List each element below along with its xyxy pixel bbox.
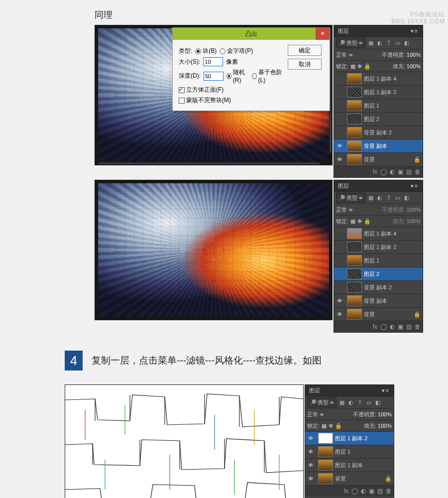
layer-thumbnail[interactable] (318, 446, 333, 457)
layer-name[interactable]: 背景 副本 (364, 297, 421, 305)
mask-icon[interactable]: ◯ (380, 168, 387, 175)
layer-thumbnail[interactable] (347, 228, 362, 239)
layer-name[interactable]: 背景 (335, 475, 385, 483)
layer-name[interactable]: 图层 1 副本 4 (364, 230, 421, 238)
layer-thumbnail[interactable] (347, 242, 362, 252)
blend-mode[interactable]: 正常 ≑ (336, 206, 353, 214)
mask-icon[interactable]: ◯ (351, 488, 358, 495)
lock-position-icon[interactable]: ✥ (357, 218, 362, 225)
adjustment-icon[interactable]: ◐ (390, 168, 395, 175)
scrollbar-h[interactable] (98, 162, 320, 164)
layer-name[interactable]: 背景 (364, 156, 414, 163)
layer-row[interactable]: 👁背景🔒 (334, 308, 423, 321)
layer-row[interactable]: 图层 1 副本 4 (334, 72, 423, 86)
layer-row[interactable]: 图层 1 (334, 254, 423, 267)
filter-kind[interactable]: 🔎类型 ≑ (336, 38, 365, 48)
layer-name[interactable]: 图层 1 副本 2 (364, 244, 421, 251)
layer-row[interactable]: 图层 1 副本 2 (334, 241, 423, 254)
filter-pixel-icon[interactable]: ▦ (338, 399, 345, 406)
adjustment-icon[interactable]: ◐ (361, 488, 366, 495)
fx-icon[interactable]: fx (373, 168, 377, 175)
layer-row[interactable]: 图层 2 (334, 267, 423, 281)
filter-pixel-icon[interactable]: ▦ (367, 195, 374, 201)
filter-kind[interactable]: 🔎类型 ≑ (307, 397, 336, 407)
filter-smart-icon[interactable]: ◧ (403, 40, 410, 46)
lock-position-icon[interactable]: ✥ (357, 63, 362, 70)
ok-button[interactable]: 确定 (288, 45, 322, 56)
layer-row[interactable]: 图层 1 (334, 99, 423, 113)
layer-name[interactable]: 背景 副本 2 (364, 129, 421, 136)
folder-icon[interactable]: ▣ (398, 323, 403, 330)
layer-name[interactable]: 图层 2 (364, 116, 421, 123)
layer-row[interactable]: 背景 副本 2 (334, 281, 423, 294)
new-layer-icon[interactable]: ▤ (377, 488, 383, 495)
layer-thumbnail[interactable] (347, 255, 362, 266)
visibility-eye-icon[interactable]: 👁 (334, 311, 345, 317)
layer-thumbnail[interactable] (347, 309, 362, 320)
filter-kind[interactable]: 🔎类型 ≑ (336, 193, 365, 203)
layer-name[interactable]: 图层 1 副本 2 (335, 435, 392, 442)
visibility-eye-icon[interactable]: 👁 (305, 462, 316, 468)
check-solid-front[interactable]: 立方体正面(F) (179, 86, 224, 94)
visibility-eye-icon[interactable]: 👁 (305, 449, 316, 455)
layer-name[interactable]: 背景 副本 (364, 142, 421, 150)
filter-smart-icon[interactable]: ◧ (403, 195, 410, 201)
layer-thumbnail[interactable] (347, 127, 362, 138)
mask-icon[interactable]: ◯ (380, 323, 387, 330)
visibility-eye-icon[interactable]: 👁 (305, 435, 316, 441)
layer-row[interactable]: 👁背景🔒 (334, 153, 423, 166)
layer-row[interactable]: 👁背景 副本 (334, 139, 423, 153)
filter-pixel-icon[interactable]: ▦ (367, 40, 374, 46)
lock-all-icon[interactable]: 🔒 (335, 423, 342, 429)
layer-thumbnail[interactable] (347, 268, 362, 279)
close-icon[interactable]: × (316, 28, 330, 40)
fx-icon[interactable]: fx (344, 488, 348, 495)
filter-shape-icon[interactable]: ▭ (394, 40, 401, 46)
layer-thumbnail[interactable] (318, 433, 333, 444)
layer-thumbnail[interactable] (347, 73, 362, 84)
radio-level[interactable]: 基于色阶(L) (252, 68, 283, 84)
radio-random[interactable]: 随机(R) (226, 68, 249, 84)
panel-menu-icon[interactable]: ▾≡ (382, 385, 390, 396)
layer-thumbnail[interactable] (347, 154, 362, 165)
layer-name[interactable]: 图层 1 (335, 448, 392, 456)
filter-adjust-icon[interactable]: ◐ (376, 195, 383, 201)
layer-row[interactable]: 👁背景🔒 (305, 472, 394, 486)
blend-mode[interactable]: 正常 ≑ (336, 51, 353, 59)
folder-icon[interactable]: ▣ (369, 488, 374, 495)
layer-row[interactable]: 👁图层 1 (305, 445, 394, 459)
layer-name[interactable]: 图层 1 副本 (335, 462, 392, 469)
panel-menu-icon[interactable]: ▾≡ (411, 180, 419, 191)
layer-thumbnail[interactable] (347, 140, 362, 151)
fill-value[interactable]: 100% (407, 63, 421, 69)
layer-thumbnail[interactable] (347, 282, 362, 293)
lock-pixels-icon[interactable]: ▦ (350, 63, 355, 70)
filter-shape-icon[interactable]: ▭ (365, 399, 372, 406)
panel-tab[interactable]: 图层 (338, 25, 349, 36)
panel-menu-icon[interactable]: ▾≡ (411, 25, 419, 36)
trash-icon[interactable]: 🗑 (415, 168, 421, 175)
layer-thumbnail[interactable] (318, 473, 333, 484)
lock-all-icon[interactable]: 🔒 (364, 218, 371, 225)
layer-thumbnail[interactable] (347, 100, 362, 111)
layer-name[interactable]: 图层 2 (364, 270, 421, 278)
layer-name[interactable]: 图层 1 副本 4 (364, 75, 421, 83)
layer-row[interactable]: 👁图层 1 副本 2 (305, 432, 394, 445)
layer-row[interactable]: 图层 1 副本 2 (334, 86, 423, 99)
opacity-value[interactable]: 100% (407, 52, 421, 58)
visibility-eye-icon[interactable]: 👁 (334, 156, 345, 162)
layer-row[interactable]: 图层 2 (334, 113, 423, 126)
layer-name[interactable]: 图层 1 (364, 257, 421, 264)
filter-shape-icon[interactable]: ▭ (394, 195, 401, 201)
visibility-eye-icon[interactable]: 👁 (334, 143, 345, 149)
layer-name[interactable]: 背景 副本 2 (364, 284, 421, 291)
dialog-title[interactable]: 凸出 × (173, 28, 330, 40)
layer-thumbnail[interactable] (347, 87, 362, 98)
check-mask-incomplete[interactable]: 蒙版不完整块(M) (179, 96, 231, 105)
layer-thumbnail[interactable] (318, 460, 333, 471)
filter-type-icon[interactable]: T (385, 195, 392, 201)
layer-thumbnail[interactable] (347, 295, 362, 306)
lock-all-icon[interactable]: 🔒 (364, 63, 371, 70)
panel-tab[interactable]: 图层 (338, 180, 349, 191)
trash-icon[interactable]: 🗑 (386, 488, 392, 495)
